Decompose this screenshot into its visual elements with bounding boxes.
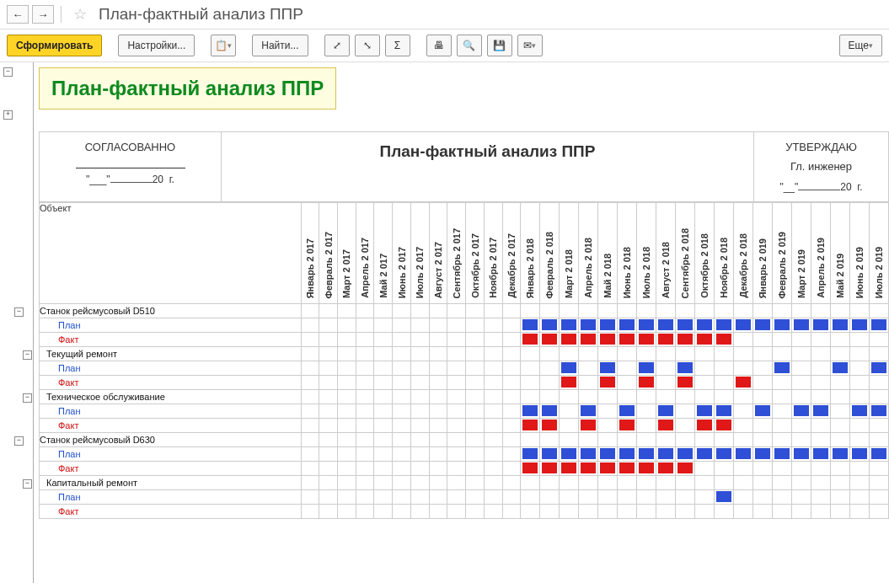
grid-cell	[521, 347, 540, 361]
grid-cell	[811, 361, 830, 376]
month-header: Август 2 017	[429, 203, 447, 304]
back-button[interactable]: ←	[7, 5, 29, 24]
print-button[interactable]: 🖶	[426, 35, 452, 56]
grid-cell	[338, 347, 356, 361]
outline-toggle[interactable]: +	[3, 110, 13, 120]
plan-marker	[677, 319, 693, 330]
grid-cell	[772, 433, 791, 447]
grid-cell	[319, 433, 338, 447]
grid-cell	[393, 404, 411, 419]
forward-button[interactable]: →	[32, 5, 54, 24]
row-toggle[interactable]: −	[23, 479, 32, 489]
plan-marker	[677, 362, 693, 373]
grid-cell	[338, 376, 356, 390]
grid-cell	[301, 476, 319, 490]
table-row: Факт	[40, 505, 889, 519]
mail-dropdown-button[interactable]: ✉	[517, 35, 543, 56]
expand-groups-button[interactable]: ⤢	[324, 35, 350, 56]
grid-cell	[637, 433, 656, 447]
plan-marker	[794, 448, 809, 459]
agreed-date: "___"20 г.	[53, 174, 207, 185]
fact-marker	[639, 334, 654, 345]
row-toggle[interactable]: −	[23, 393, 32, 403]
grid-cell	[734, 304, 753, 318]
preview-button[interactable]: 🔍	[457, 35, 482, 56]
grid-cell	[618, 419, 637, 433]
generate-button[interactable]: Сформировать	[7, 35, 102, 56]
table-row: −Техническое обслуживание	[40, 390, 889, 404]
grid-cell	[695, 462, 715, 476]
fact-marker	[716, 420, 731, 430]
fact-marker	[581, 420, 596, 430]
month-header: Ноябрь 2 018	[715, 203, 734, 304]
grid-cell	[319, 376, 338, 390]
find-button[interactable]: Найти...	[252, 35, 308, 56]
grid-cell	[374, 447, 393, 462]
grid-cell	[772, 419, 791, 433]
grid-cell	[301, 304, 319, 318]
grid-cell	[447, 376, 466, 390]
fact-marker	[542, 462, 557, 473]
grid-cell	[618, 447, 637, 462]
grid-cell	[374, 490, 393, 505]
plan-marker	[736, 448, 751, 459]
grid-cell	[791, 376, 811, 390]
grid-cell	[656, 476, 676, 490]
grid-cell	[752, 505, 772, 519]
grid-cell	[695, 376, 715, 390]
grid-cell	[338, 447, 356, 462]
grid-cell	[447, 419, 466, 433]
grid-cell	[447, 490, 466, 505]
grid-cell	[410, 476, 429, 490]
grid-cell	[734, 390, 753, 404]
grid-cell	[560, 433, 579, 447]
grid-cell	[356, 304, 374, 318]
grid-cell	[579, 390, 598, 404]
grid-cell	[484, 404, 502, 419]
grid-cell	[579, 376, 598, 390]
save-button[interactable]: 💾	[487, 35, 512, 56]
grid-cell	[849, 490, 869, 505]
outline-toggle[interactable]: −	[3, 67, 13, 77]
grid-cell	[849, 361, 869, 376]
grid-cell	[791, 490, 811, 505]
nav-separator	[61, 6, 62, 23]
copy-dropdown-button[interactable]: 📋	[211, 35, 236, 56]
sum-button[interactable]: Σ	[385, 35, 410, 56]
row-toggle[interactable]: −	[23, 350, 32, 360]
row-label: Факт	[40, 333, 302, 347]
grid-cell	[393, 476, 411, 490]
grid-cell	[869, 333, 888, 347]
row-toggle[interactable]: −	[14, 307, 24, 317]
grid-cell	[695, 347, 715, 361]
plan-marker	[871, 362, 886, 373]
grid-cell	[579, 447, 598, 462]
plan-marker	[755, 319, 770, 330]
grid-cell	[656, 333, 676, 347]
table-row: Факт	[40, 462, 889, 476]
grid-cell	[502, 361, 521, 376]
grid-cell	[637, 447, 656, 462]
more-button[interactable]: Еще	[839, 35, 882, 56]
grid-cell	[656, 390, 676, 404]
grid-cell	[869, 490, 888, 505]
grid-cell	[356, 318, 374, 333]
grid-cell	[869, 505, 888, 519]
grid-cell	[869, 304, 888, 318]
row-toggle[interactable]: −	[14, 436, 24, 446]
settings-button[interactable]: Настройки...	[118, 35, 195, 56]
plan-marker	[871, 319, 886, 330]
grid-cell	[374, 505, 393, 519]
plan-marker	[852, 319, 867, 330]
grid-cell	[830, 490, 849, 505]
plan-marker	[639, 319, 654, 330]
grid-cell	[752, 404, 772, 419]
grid-cell	[791, 433, 811, 447]
grid-cell	[618, 490, 637, 505]
fact-marker	[736, 377, 751, 388]
grid-cell	[484, 376, 502, 390]
grid-cell	[447, 361, 466, 376]
collapse-groups-button[interactable]: ⤡	[355, 35, 380, 56]
grid-cell	[869, 447, 888, 462]
favorite-star-icon[interactable]: ☆	[73, 5, 87, 24]
